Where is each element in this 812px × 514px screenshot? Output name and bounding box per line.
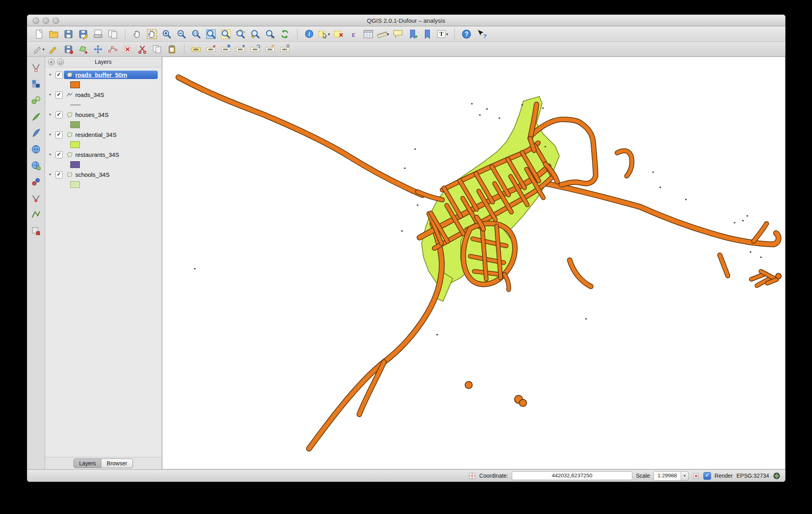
- vector-tools-button[interactable]: [30, 209, 42, 221]
- copy-features-button[interactable]: [151, 43, 164, 55]
- add-feature-button[interactable]: [77, 43, 90, 55]
- select-features-button[interactable]: ▾: [318, 28, 331, 40]
- map-canvas[interactable]: [162, 57, 785, 469]
- node-tool-button[interactable]: [107, 43, 119, 55]
- tab-browser[interactable]: Browser: [101, 459, 133, 468]
- minimize-button[interactable]: [43, 18, 49, 24]
- move-label-button[interactable]: abc: [234, 43, 247, 55]
- open-project-button[interactable]: [48, 28, 60, 40]
- stop-rendering-icon[interactable]: [692, 472, 700, 480]
- layer-labeling-options-button[interactable]: abc: [190, 43, 203, 55]
- measure-button[interactable]: ▾: [377, 28, 390, 40]
- zoom-in-button[interactable]: [160, 28, 173, 40]
- web-tools-button[interactable]: [30, 143, 42, 155]
- expander-icon[interactable]: ▼: [49, 113, 54, 117]
- expander-icon[interactable]: ▼: [49, 133, 54, 136]
- dropdown-arrow-icon[interactable]: ▾: [387, 32, 389, 36]
- topology-checker-button[interactable]: [30, 192, 42, 204]
- pan-map-button[interactable]: [131, 28, 144, 40]
- attribute-table-button[interactable]: [362, 28, 375, 40]
- save-project-as-button[interactable]: [77, 28, 90, 40]
- svg-text:1:1: 1:1: [193, 32, 197, 35]
- new-print-composer-button[interactable]: [92, 28, 105, 40]
- expander-icon[interactable]: ▼: [49, 93, 54, 97]
- text-annotation-button[interactable]: T▾: [436, 28, 449, 40]
- layer-item-schools_34S[interactable]: ▼✓schools_34S: [47, 169, 160, 180]
- move-feature-button[interactable]: [92, 43, 105, 55]
- layer-checkbox[interactable]: ✓: [55, 171, 63, 178]
- deselect-features-button[interactable]: [333, 28, 345, 40]
- expander-icon[interactable]: ▼: [49, 173, 54, 176]
- cut-features-button[interactable]: [136, 43, 149, 55]
- layer-checkbox[interactable]: ✓: [55, 71, 63, 79]
- save-project-button[interactable]: [62, 28, 75, 40]
- zoomlast-icon: [250, 29, 261, 40]
- layer-checkbox[interactable]: ✓: [55, 111, 63, 119]
- current-edits-button[interactable]: ▾: [33, 43, 46, 55]
- offline-editing-button[interactable]: [30, 225, 42, 237]
- layer-item-roads_buffer_50m[interactable]: ▼✓roads_buffer_50m: [47, 69, 160, 80]
- composer-manager-button[interactable]: [107, 28, 119, 40]
- show-bookmarks-button[interactable]: [421, 28, 434, 40]
- gps-tools-button[interactable]: [30, 176, 42, 188]
- coordinate-capture-icon[interactable]: [468, 472, 476, 480]
- map-tips-button[interactable]: [392, 28, 404, 40]
- delete-selected-button[interactable]: [121, 43, 134, 55]
- refresh-map-button[interactable]: [279, 28, 291, 40]
- dropdown-arrow-icon[interactable]: ▾: [328, 32, 330, 36]
- dropdown-arrow-icon[interactable]: ▾: [42, 47, 44, 51]
- measure-icon: [377, 29, 388, 40]
- panel-close-icon[interactable]: ✕: [48, 59, 55, 65]
- zoom-native-button[interactable]: 1:1: [190, 28, 203, 40]
- render-checkbox[interactable]: ✓: [703, 472, 711, 480]
- crs-status-icon[interactable]: [773, 472, 780, 480]
- textT-icon: T: [436, 29, 447, 40]
- zoom-last-button[interactable]: [249, 28, 262, 40]
- metasearch-button[interactable]: [30, 160, 42, 172]
- whats-this-button[interactable]: ?: [475, 28, 488, 40]
- pan-to-selection-button[interactable]: [146, 28, 158, 40]
- layer-checkbox[interactable]: ✓: [55, 131, 63, 138]
- layer-item-houses_34S[interactable]: ▼✓houses_34S: [47, 109, 160, 120]
- panel-float-icon[interactable]: ◻: [57, 59, 64, 65]
- zoom-to-layer-button[interactable]: [234, 28, 247, 40]
- layer-item-residential_34S[interactable]: ▼✓residential_34S: [47, 129, 160, 140]
- new-bookmark-button[interactable]: [406, 28, 419, 40]
- layer-item-roads_34S[interactable]: ▼✓roads_34S: [47, 89, 160, 100]
- expander-icon[interactable]: ▼: [49, 73, 54, 77]
- raster-tools-button[interactable]: [30, 78, 42, 90]
- tab-layers[interactable]: Layers: [73, 459, 101, 468]
- expander-icon[interactable]: ▼: [49, 153, 54, 156]
- advanced-digitizing-button[interactable]: [30, 61, 42, 73]
- scale-combo[interactable]: 1:29988 ▼: [654, 471, 689, 480]
- zoom-out-button[interactable]: [175, 28, 188, 40]
- zoom-next-button[interactable]: [264, 28, 277, 40]
- layer-checkbox[interactable]: ✓: [55, 91, 63, 99]
- polygonlayer-icon: [66, 71, 73, 78]
- chevron-down-icon[interactable]: ▼: [681, 472, 688, 480]
- show-hide-labels-button[interactable]: abc: [220, 43, 232, 55]
- coordinate-input[interactable]: 442032,6237250: [512, 471, 632, 480]
- dropdown-arrow-icon[interactable]: ▾: [446, 32, 448, 36]
- zoom-to-selection-button[interactable]: [220, 28, 232, 40]
- help-contents-button[interactable]: ?: [460, 28, 473, 40]
- grass-tools-button[interactable]: [30, 111, 42, 123]
- field-calculator-button[interactable]: ε: [347, 28, 360, 40]
- change-label-button[interactable]: abc: [264, 43, 277, 55]
- toggle-editing-button[interactable]: [48, 43, 60, 55]
- new-project-button[interactable]: [33, 28, 46, 40]
- analysis-tools-button[interactable]: [30, 94, 42, 106]
- pin-label-button[interactable]: abc: [205, 43, 218, 55]
- paste-features-button[interactable]: [166, 43, 178, 55]
- crs-label: EPSG:32734: [737, 472, 769, 479]
- maximize-button[interactable]: [53, 18, 59, 24]
- zoom-full-button[interactable]: [205, 28, 218, 40]
- python-console-button[interactable]: [30, 127, 42, 139]
- save-layer-edits-button[interactable]: [62, 43, 75, 55]
- label-properties-button[interactable]: abc: [279, 43, 291, 55]
- layer-checkbox[interactable]: ✓: [55, 151, 63, 158]
- layer-item-restaurants_34S[interactable]: ▼✓restaurants_34S: [47, 149, 160, 160]
- close-button[interactable]: [33, 18, 39, 24]
- identify-features-button[interactable]: i: [303, 28, 316, 40]
- rotate-label-button[interactable]: abc: [249, 43, 262, 55]
